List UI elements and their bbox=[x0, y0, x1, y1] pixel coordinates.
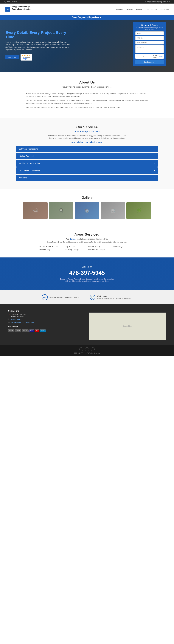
quote-message-input[interactable] bbox=[136, 45, 164, 53]
house-preview: 🏠 bbox=[84, 208, 90, 213]
payment-icons: CASH CHECK PAYPAL VISA MC AMEX bbox=[8, 330, 85, 332]
areas-subtitle: We Service the following areas and surro… bbox=[16, 238, 158, 240]
learn-more-button[interactable]: Learn more bbox=[6, 55, 18, 59]
gallery-heading: Gallery bbox=[8, 196, 166, 200]
service-item-kitchen[interactable]: Kitchen Remodel + bbox=[16, 153, 158, 160]
robot-checkbox[interactable] bbox=[136, 55, 152, 57]
area-macon: Macon Georgia bbox=[40, 248, 61, 251]
hero-buttons: Learn more ★★★★★ REVIEW US ON Google bbox=[6, 54, 71, 60]
nav-contact[interactable]: Contact Us bbox=[160, 8, 168, 10]
payment-paypal: PAYPAL bbox=[22, 330, 28, 332]
topbar-phone: 📞 478-397-5945 bbox=[4, 1, 17, 3]
review-us-label: REVIEW US ON bbox=[22, 56, 31, 58]
stars: ★★★★★ bbox=[22, 54, 31, 56]
contact-email[interactable]: ✉ braggremodeling71@gmail.com bbox=[8, 322, 85, 324]
twitter-icon[interactable]: t bbox=[85, 347, 89, 351]
areas-description: Bragg Remodeling & General Construction … bbox=[16, 241, 158, 243]
area-fort-valley: Fort Valley Georgia bbox=[64, 248, 86, 251]
gallery-item-bathroom[interactable]: 🛁 bbox=[23, 202, 48, 219]
about-section: About Us Proudly helping people build th… bbox=[0, 72, 174, 118]
area-perry: Perry Georgia bbox=[64, 246, 86, 248]
nav-gallery[interactable]: Gallery bbox=[136, 8, 142, 10]
areas-heading: Areas Serviced bbox=[16, 232, 158, 236]
expand-icon-residential: + bbox=[154, 162, 155, 165]
cta-phone[interactable]: 478-397-5945 bbox=[6, 270, 168, 276]
phone-icon: 📞 bbox=[4, 1, 6, 3]
service-item-commercial[interactable]: Commercial Construction + bbox=[16, 168, 158, 174]
service-label-commercial: Commercial Construction bbox=[19, 170, 40, 172]
send-message-button[interactable]: Send message bbox=[136, 60, 164, 64]
bathroom-preview: 🛁 bbox=[33, 208, 38, 213]
payment-visa: VISA bbox=[29, 330, 34, 332]
map-placeholder[interactable]: Google Maps bbox=[89, 312, 166, 340]
nav-areas[interactable]: Areas Serviced bbox=[145, 8, 157, 10]
google-brand: Google bbox=[22, 58, 31, 60]
services-section: Our Services A Wide Range of Services Fr… bbox=[0, 118, 174, 189]
cta-description: Based in Warner Robins, Bragg Remodeling… bbox=[60, 278, 114, 282]
payment-check: CHECK bbox=[14, 330, 21, 332]
areas-section: Areas Serviced We Service the following … bbox=[0, 226, 174, 258]
gallery-item-outdoor[interactable]: 🌿 bbox=[126, 202, 151, 219]
robot-check[interactable]: I'm not a robot Google bbox=[136, 54, 164, 58]
google-badge[interactable]: ★★★★★ REVIEW US ON Google bbox=[20, 54, 32, 60]
service-item-bathroom[interactable]: Bathroom Remodeling + bbox=[16, 146, 158, 152]
gallery-item-house[interactable]: 🏠 bbox=[75, 202, 99, 219]
area-hawkinsville: Hawkinsville Georgia bbox=[88, 248, 110, 251]
gallery-item-office[interactable]: 🏢 bbox=[100, 202, 125, 219]
top-bar: 📞 478-397-5945 ✉ braggremodeling71@gmail… bbox=[0, 0, 174, 4]
site-footer: Contact Info 📍 717 Watson Ln #108 Robins… bbox=[0, 304, 174, 345]
cta-section: Call us at 478-397-5945 Based in Warner … bbox=[0, 258, 174, 290]
area-warner-robins: Warner Robins Georgia bbox=[40, 246, 61, 248]
quote-name-input[interactable] bbox=[136, 32, 164, 35]
logo-icon: ≡ bbox=[6, 7, 10, 12]
contact-address: 📍 717 Watson Ln #108 Robins, GA 31041 bbox=[8, 314, 85, 318]
work-hours-label: Work Hours bbox=[97, 295, 132, 297]
clock-icon: 🕐 bbox=[90, 294, 95, 300]
site-header: ≡ Bragg Remodeling & General Constructio… bbox=[0, 4, 174, 15]
quote-form-title: Request A Quote bbox=[136, 24, 164, 26]
service-hours: 24+ We offer 24/7 Hrs Emergency Service … bbox=[0, 290, 174, 304]
logo-text: Bragg Remodeling & General Construction … bbox=[12, 6, 31, 13]
payment-amex: AMEX bbox=[40, 330, 46, 332]
service-item-residential[interactable]: Residential Construction + bbox=[16, 160, 158, 166]
nav-services[interactable]: Services bbox=[126, 8, 133, 10]
hero-content: Every Detail. Every Project. Every Time.… bbox=[6, 30, 71, 61]
copyright: DESIGN | RANK © All Rights Reserved bbox=[2, 352, 172, 354]
phone-icon-footer: 📞 bbox=[8, 318, 10, 320]
service-item-additions[interactable]: Additions + bbox=[16, 175, 158, 181]
service-label-residential: Residential Construction bbox=[19, 162, 40, 164]
about-heading: About Us bbox=[16, 80, 158, 84]
about-para-3: Your new construction or remodel is righ… bbox=[26, 106, 148, 109]
emergency-label: We offer 24/7 Hrs Emergency Service bbox=[49, 296, 79, 298]
quote-form-subtitle: Fill out the form below and we will get … bbox=[136, 27, 164, 30]
work-hours: 🕐 Work Hours MON-FRI 8:00am-5:00pm, SAT-… bbox=[90, 294, 132, 300]
areas-grid: Warner Robins Georgia Perry Georgia Fors… bbox=[40, 246, 134, 251]
services-wide-range: A Wide Range of Services bbox=[16, 130, 158, 132]
contact-heading: Contact Info bbox=[8, 310, 85, 312]
expand-icon-commercial: + bbox=[154, 169, 155, 172]
about-para-2: Focusing on quality and service, we want… bbox=[26, 99, 148, 104]
instagram-icon[interactable]: i bbox=[91, 347, 94, 351]
about-subtitle: Proudly helping people build their dream… bbox=[16, 86, 158, 88]
email-icon-footer: ✉ bbox=[8, 322, 10, 324]
expand-icon-bathroom: + bbox=[154, 148, 155, 150]
service-label-kitchen: Kitchen Remodel bbox=[19, 155, 34, 157]
topbar-email: ✉ braggremodeling71@gmail.com bbox=[145, 1, 170, 3]
services-heading: Our Services bbox=[16, 125, 158, 129]
contact-phone[interactable]: 📞 478-397-5945 bbox=[8, 318, 85, 320]
work-hours-detail: MON-FRI 8:00am-5:00pm, SAT-SUN By Appoin… bbox=[97, 297, 132, 300]
facebook-icon[interactable]: f bbox=[80, 347, 83, 351]
footer-contact: Contact Info 📍 717 Watson Ln #108 Robins… bbox=[8, 310, 85, 340]
gallery-grid: 🛁 🍳 🏠 🏢 🌿 bbox=[8, 202, 166, 219]
payment-mc: MC bbox=[35, 330, 39, 332]
office-preview: 🏢 bbox=[110, 208, 116, 213]
gallery-item-kitchen[interactable]: 🍳 bbox=[49, 202, 74, 219]
quote-subject-input[interactable] bbox=[136, 36, 164, 40]
hero-description: Bring us your ideas and your vision, and… bbox=[6, 41, 71, 51]
nav-about[interactable]: About Us bbox=[116, 8, 124, 10]
quote-phone-input[interactable] bbox=[136, 41, 164, 44]
custom-homes-label: Now building custom built homes! bbox=[16, 141, 158, 143]
payment-cash: CASH bbox=[8, 330, 14, 332]
location-icon: 📍 bbox=[8, 314, 10, 316]
about-para-1: Serving the greater Middle Georgia commu… bbox=[26, 92, 148, 98]
